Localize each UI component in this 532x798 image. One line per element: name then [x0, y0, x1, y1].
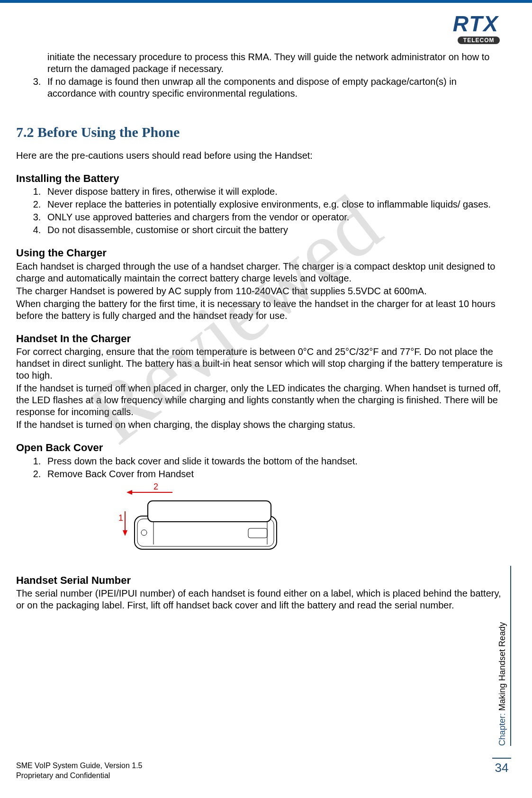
- list-item-continuation: initiate the necessary procedure to proc…: [47, 52, 489, 74]
- list-item: Never dispose battery in fires, otherwis…: [44, 186, 505, 198]
- logo-sub: TELECOM: [458, 36, 500, 44]
- svg-marker-10: [126, 490, 132, 495]
- chapter-name: Making Handset Ready: [497, 622, 507, 713]
- chapter-side-tab: Chapter: Making Handset Ready: [497, 566, 511, 746]
- subheading-handset-in-charger: Handset In the Charger: [16, 332, 505, 345]
- list-item-text: Never replace the batteries in potential…: [47, 199, 491, 209]
- list-item-text: Never dispose battery in fires, otherwis…: [47, 186, 278, 197]
- body-text: The charger Handset is powered by AC sup…: [16, 285, 505, 297]
- list-item-text: If no damage is found then unwrap all th…: [47, 76, 457, 99]
- list-item-text: Press down the back cover and slide it t…: [47, 456, 358, 466]
- svg-rect-2: [148, 501, 271, 522]
- body-text: The serial number (IPEI/IPUI number) of …: [16, 588, 505, 611]
- back-cover-diagram: 1 2: [101, 483, 291, 563]
- page-content: initiate the necessary procedure to proc…: [16, 51, 505, 612]
- footer-line-2: Proprietary and Confidential: [16, 771, 143, 781]
- list-item: ONLY use approved batteries and chargers…: [44, 211, 505, 223]
- body-text: Each handset is charged through the use …: [16, 261, 505, 284]
- logo: RTX TELECOM: [380, 10, 499, 36]
- page-number: 34: [492, 758, 511, 775]
- list-item: Press down the back cover and slide it t…: [44, 455, 505, 467]
- subheading-using-charger: Using the Charger: [16, 246, 505, 260]
- chapter-label: Chapter:: [497, 713, 507, 746]
- diagram-label-1: 1: [118, 513, 123, 523]
- logo-text: RTX TELECOM: [453, 11, 499, 36]
- subheading-installing-battery: Installing the Battery: [16, 172, 505, 185]
- svg-marker-8: [123, 530, 127, 536]
- footer-line-1: SME VoIP System Guide, Version 1.5: [16, 761, 143, 771]
- body-text: For correct charging, ensure that the ro…: [16, 346, 505, 381]
- header-bar: [0, 0, 532, 3]
- body-text: If the handset is turned off when placed…: [16, 382, 505, 418]
- section-heading-7-2: 7.2 Before Using the Phone: [16, 123, 505, 141]
- list-item: Never replace the batteries in potential…: [44, 199, 505, 210]
- list-item: Do not disassemble, customise or short c…: [44, 224, 505, 236]
- list-item-text: ONLY use approved batteries and chargers…: [47, 212, 349, 222]
- list-item-text: Remove Back Cover from Handset: [47, 469, 194, 479]
- list-item: Remove Back Cover from Handset: [44, 468, 505, 480]
- intro-paragraph: Here are the pre-cautions users should r…: [16, 150, 505, 162]
- body-text: If the handset is turned on when chargin…: [16, 419, 505, 431]
- list-item: If no damage is found then unwrap all th…: [44, 76, 505, 100]
- logo-main: RTX: [453, 11, 499, 36]
- footer: SME VoIP System Guide, Version 1.5 Propr…: [16, 761, 143, 781]
- diagram-svg: 1 2: [101, 483, 291, 563]
- body-text: When charging the battery for the first …: [16, 298, 505, 322]
- list-item-text: Do not disassemble, customise or short c…: [47, 225, 288, 235]
- subheading-open-back-cover: Open Back Cover: [16, 441, 505, 454]
- diagram-label-2: 2: [153, 483, 158, 491]
- subheading-handset-serial: Handset Serial Number: [16, 574, 505, 587]
